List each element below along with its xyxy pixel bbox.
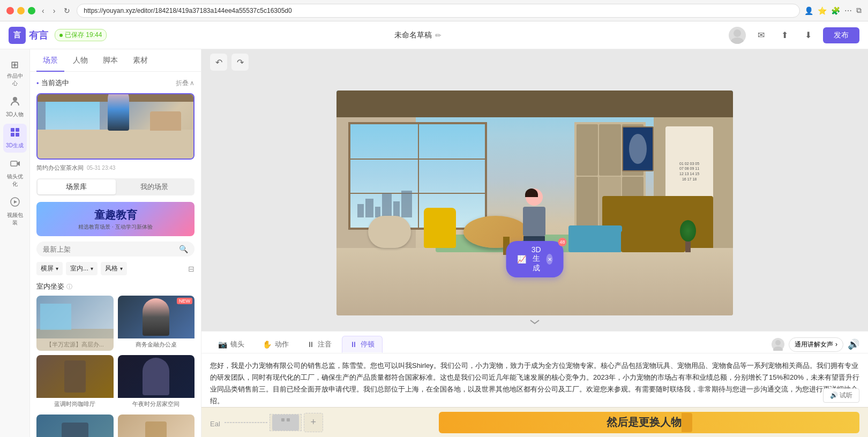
restore-icon[interactable]: ⧉ bbox=[856, 6, 862, 15]
promo-banner[interactable]: 童趣教育 精选教育场景 · 互动学习新体验 bbox=[36, 202, 194, 236]
annotation-tab-icon: ⏸ bbox=[307, 340, 315, 349]
works-icon: ⊞ bbox=[11, 59, 19, 71]
sidebar-item-camera[interactable]: 镜头优化 bbox=[3, 155, 27, 191]
url-bar[interactable]: https://youyan.xyz/editor/184218/419a371… bbox=[77, 4, 800, 18]
filter-more-icon[interactable]: ⊟ bbox=[188, 265, 194, 273]
timeline-end-badge bbox=[682, 413, 692, 432]
filter-style[interactable]: 风格 ▾ bbox=[101, 262, 127, 275]
minimize-window-btn[interactable] bbox=[17, 7, 25, 14]
logo-icon: 言 bbox=[9, 27, 26, 44]
app-logo: 言 有言 bbox=[9, 27, 48, 44]
action-tab-icon: ✋ bbox=[263, 340, 272, 349]
search-input[interactable] bbox=[43, 245, 176, 253]
tab-scene[interactable]: 场景 bbox=[36, 49, 64, 72]
current-selected-title: 当前选中 bbox=[36, 78, 69, 88]
app-bar-actions: ✉ ⬆ ⬇ 发布 bbox=[729, 27, 859, 44]
scene-card-5[interactable]: 蓝调时分萤光露客 bbox=[36, 415, 114, 437]
scene-card-6[interactable]: 阳光书房及界办公桌 bbox=[118, 415, 195, 437]
app-bar: 言 有言 已保存 19:44 未命名草稿 ✏ ✉ ⬆ ⬇ 发布 bbox=[0, 21, 868, 49]
save-status-text: 已保存 19:44 bbox=[65, 31, 102, 40]
scene-card-1[interactable]: 【半万宏源】高层办... bbox=[36, 296, 114, 351]
search-icon[interactable]: 🔍 bbox=[179, 245, 188, 253]
maximize-window-btn[interactable] bbox=[28, 7, 35, 14]
generate-badge: 48 bbox=[558, 238, 566, 246]
voice-avatar bbox=[772, 338, 784, 351]
sidebar-item-3d-person[interactable]: 3D人物 bbox=[3, 93, 27, 122]
close-window-btn[interactable] bbox=[6, 7, 14, 14]
camera-icon bbox=[10, 158, 20, 171]
canvas-wrapper: 01 02 03 0507 08 09 1112 13 14 1516 17 1… bbox=[201, 75, 868, 331]
svg-point-2 bbox=[13, 97, 17, 101]
tab-camera[interactable]: 📷 镜头 bbox=[210, 336, 252, 353]
message-icon[interactable]: ✉ bbox=[752, 27, 769, 44]
scene-card-2[interactable]: NEW 商务金融办公桌 bbox=[118, 296, 195, 351]
generate-3d-button[interactable]: 📈 3D生成 ✕ 48 bbox=[506, 241, 564, 277]
script-area[interactable]: 您好，我是小力宠物有限公司的销售总监，陈雪莹。您也可以叫我Shirley。我们公… bbox=[201, 353, 868, 407]
scene-card-3[interactable]: 蓝调时尚咖啡厅 bbox=[36, 355, 114, 410]
share-icon[interactable]: ⬆ bbox=[776, 27, 793, 44]
scene-card-2-label: 商务金融办公桌 bbox=[118, 338, 195, 351]
scene-card-4-label: 午夜时分居家空间 bbox=[118, 398, 195, 410]
sidebar-item-3d-generate[interactable]: 3D生成 bbox=[3, 124, 27, 153]
close-generate-icon[interactable]: ✕ bbox=[547, 254, 553, 265]
bookmark-icon[interactable]: ⭐ bbox=[818, 6, 827, 15]
svg-marker-10 bbox=[14, 200, 17, 204]
collapse-canvas-btn[interactable] bbox=[529, 317, 540, 327]
edit-title-icon[interactable]: ✏ bbox=[435, 31, 442, 40]
tab-pause[interactable]: ⏸ 停顿 bbox=[342, 336, 383, 353]
document-title: 未命名草稿 ✏ bbox=[113, 31, 722, 40]
tab-annotation[interactable]: ⏸ 注音 bbox=[299, 336, 340, 353]
track-add-button[interactable]: + bbox=[304, 413, 323, 432]
extensions-icon[interactable]: 🧩 bbox=[831, 6, 840, 15]
generate-icon bbox=[10, 127, 20, 140]
user-avatar[interactable] bbox=[729, 27, 746, 44]
tab-script[interactable]: 脚本 bbox=[96, 49, 124, 72]
sidebar-item-works[interactable]: ⊞ 作品中心 bbox=[3, 56, 27, 91]
chart-icon: 📈 bbox=[517, 255, 526, 263]
sub-tab-my-scene[interactable]: 我的场景 bbox=[116, 179, 194, 194]
browser-bar: ‹ › ↻ https://youyan.xyz/editor/184218/4… bbox=[0, 0, 868, 21]
sub-tab-scene-lib[interactable]: 场景库 bbox=[38, 179, 116, 194]
tab-material[interactable]: 素材 bbox=[126, 49, 154, 72]
tab-action[interactable]: ✋ 动作 bbox=[255, 336, 297, 353]
track-scene-placeholder[interactable] bbox=[270, 414, 302, 431]
refresh-btn[interactable]: ↻ bbox=[62, 6, 72, 15]
scene-section-title: 室内坐姿 ⓘ bbox=[36, 282, 194, 291]
videopack-icon bbox=[10, 197, 20, 210]
sidebar-item-3d-generate-label: 3D生成 bbox=[6, 142, 24, 149]
redo-button[interactable]: ↷ bbox=[231, 54, 249, 71]
tab-character[interactable]: 人物 bbox=[66, 49, 94, 72]
back-btn[interactable]: ‹ bbox=[40, 6, 47, 15]
selected-scene-card[interactable] bbox=[36, 93, 194, 160]
scene-canvas[interactable]: 01 02 03 0507 08 09 1112 13 14 1516 17 1… bbox=[336, 91, 733, 315]
track-empty-card bbox=[225, 422, 267, 423]
current-selected-header: 当前选中 折叠 ∧ bbox=[36, 78, 194, 88]
publish-button[interactable]: 发布 bbox=[823, 27, 859, 43]
undo-button[interactable]: ↶ bbox=[210, 54, 227, 71]
filter-room[interactable]: 室内... ▾ bbox=[66, 262, 98, 275]
bottom-tabs: 📷 镜头 ✋ 动作 ⏸ 注音 ⏸ 停顿 bbox=[201, 331, 868, 353]
more-icon[interactable]: ⋯ bbox=[844, 6, 852, 15]
url-text: https://youyan.xyz/editor/184218/419a371… bbox=[84, 7, 291, 14]
scene-card-4[interactable]: 午夜时分居家空间 bbox=[118, 355, 195, 410]
search-bar: 🔍 bbox=[36, 242, 194, 257]
profile-icon[interactable]: 👤 bbox=[804, 6, 813, 15]
timeline-bar: Eal + 然后是更换人物 bbox=[201, 407, 868, 437]
download-icon[interactable]: ⬇ bbox=[799, 27, 817, 44]
try-button[interactable]: 🔊 试听 bbox=[823, 388, 859, 403]
info-icon[interactable]: ⓘ bbox=[66, 283, 72, 291]
scene-grid: 【半万宏源】高层办... NEW 商务金融办公桌 蓝调时尚咖啡厅 bbox=[36, 296, 194, 437]
collapse-button[interactable]: 折叠 ∧ bbox=[176, 79, 194, 88]
voice-select-button[interactable]: 通用讲解女声 › bbox=[789, 337, 843, 352]
camera-tab-icon: 📷 bbox=[218, 340, 227, 349]
svg-rect-13 bbox=[281, 418, 285, 421]
sidebar-item-video-pack-label: 视频包装 bbox=[5, 212, 25, 227]
svg-point-1 bbox=[731, 37, 744, 44]
forward-btn[interactable]: › bbox=[51, 6, 58, 15]
svg-rect-6 bbox=[16, 133, 19, 137]
volume-icon[interactable]: 🔊 bbox=[848, 338, 859, 350]
filter-ratio[interactable]: 横屏 ▾ bbox=[36, 262, 63, 275]
canvas-area: ↶ ↷ bbox=[201, 49, 868, 437]
sidebar-item-video-pack[interactable]: 视频包装 bbox=[3, 193, 27, 230]
bottom-area: 📷 镜头 ✋ 动作 ⏸ 注音 ⏸ 停顿 bbox=[201, 331, 868, 437]
